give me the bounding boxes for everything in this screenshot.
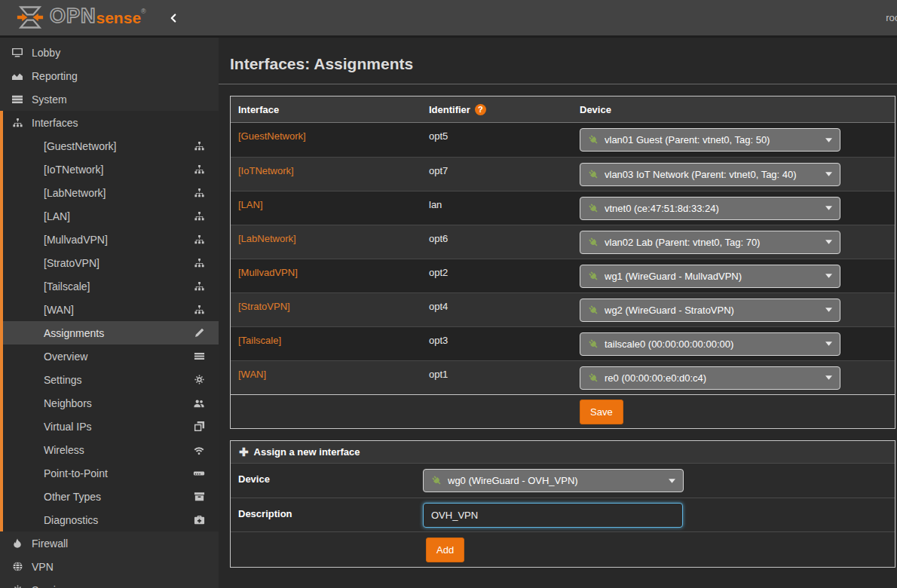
sidebar-item-system[interactable]: System — [0, 87, 219, 111]
interface-link[interactable]: [LAN] — [238, 199, 263, 210]
sidebar-item-wan[interactable]: [WAN] — [3, 298, 219, 321]
sidebar-item-diagnostics[interactable]: Diagnostics — [3, 508, 219, 531]
sidebar-item-label: System — [32, 93, 67, 106]
sitemap-icon — [192, 164, 206, 175]
device-select-value: vtnet0 (ce:47:51:8d:33:24) — [605, 203, 825, 214]
sidebar-item-labnetwork[interactable]: [LabNetwork] — [3, 181, 219, 204]
interface-link[interactable]: [Tailscale] — [238, 335, 281, 346]
caret-down-icon — [825, 274, 832, 278]
sitemap-icon — [192, 187, 206, 198]
sidebar-item-point-to-point[interactable]: Point-to-Point — [3, 461, 219, 485]
sidebar-item-tailscale[interactable]: [Tailscale] — [3, 274, 219, 298]
sidebar-item-label: [IoTNetwork] — [44, 164, 192, 176]
description-input[interactable] — [423, 503, 683, 528]
interface-link[interactable]: [GuestNetwork] — [238, 130, 306, 142]
sidebar-item-iotnetwork[interactable]: [IoTNetwork] — [3, 158, 219, 181]
plug-icon — [588, 271, 599, 282]
plug-icon — [588, 372, 599, 384]
assign-new-interface-panel: ✚ Assign a new interface Device wg0 (Wir… — [230, 440, 895, 568]
sidebar-item-other-types[interactable]: Other Types — [3, 485, 219, 508]
identifier-value: opt2 — [421, 259, 572, 292]
modem-icon — [192, 467, 206, 479]
device-select-value: vlan02 Lab (Parent: vtnet0, Tag: 70) — [605, 237, 825, 248]
sidebar-item-neighbors[interactable]: Neighbors — [3, 391, 219, 415]
sidebar-item-label: Virtual IPs — [44, 421, 192, 433]
add-row: Add — [231, 531, 895, 567]
sidebar-item-interfaces[interactable]: Interfaces — [3, 111, 219, 134]
sidebar-item-overview[interactable]: Overview — [3, 345, 219, 368]
interface-link[interactable]: [LabNetwork] — [238, 233, 296, 244]
device-select[interactable]: re0 (00:00:00:e0:d0:c4) — [580, 366, 840, 390]
add-button[interactable]: Add — [426, 537, 464, 562]
interface-link[interactable]: [IoTNetwork] — [238, 165, 294, 176]
gears-icon — [192, 374, 206, 385]
globe-icon — [11, 561, 24, 572]
identifier-value: opt7 — [421, 158, 572, 191]
device-select-value: tailscale0 (00:00:00:00:00:00) — [605, 338, 825, 350]
sidebar-section-interfaces: Interfaces[GuestNetwork][IoTNetwork][Lab… — [0, 111, 219, 531]
device-select[interactable]: wg0 (WireGuard - OVH_VPN) — [423, 469, 684, 492]
sitemap-icon — [192, 210, 206, 222]
caret-down-icon — [825, 341, 832, 346]
sidebar-item-virtual-ips[interactable]: Virtual IPs — [3, 415, 219, 438]
device-select[interactable]: vtnet0 (ce:47:51:8d:33:24) — [580, 197, 840, 220]
main-content: Interfaces: Assignments Interface Identi… — [219, 38, 897, 588]
sidebar-item-reporting[interactable]: Reporting — [0, 64, 219, 87]
opnsense-logo[interactable]: OPNsense® — [17, 3, 146, 33]
caret-down-icon — [825, 308, 832, 312]
identifier-value: opt1 — [421, 361, 572, 394]
device-label: Device — [231, 464, 423, 485]
device-select-value: vlan03 IoT Network (Parent: vtnet0, Tag:… — [605, 169, 825, 180]
sidebar-item-guestnetwork[interactable]: [GuestNetwork] — [3, 134, 219, 158]
interface-link[interactable]: [WAN] — [238, 369, 266, 380]
wifi-icon — [192, 445, 206, 455]
sidebar-item-firewall[interactable]: Firewall — [0, 531, 219, 555]
sidebar-item-stratovpn[interactable]: [StratoVPN] — [3, 251, 219, 274]
device-select[interactable]: vlan01 Guest (Parent: vtnet0, Tag: 50) — [580, 128, 840, 152]
sitemap-icon — [192, 140, 206, 152]
interface-link[interactable]: [StratoVPN] — [238, 301, 290, 312]
device-select-value: vlan01 Guest (Parent: vtnet0, Tag: 50) — [605, 134, 825, 145]
sidebar-item-label: Point-to-Point — [44, 467, 192, 479]
sidebar-item-label: [Tailscale] — [44, 280, 192, 292]
device-select[interactable]: wg2 (WireGuard - StratoVPN) — [580, 299, 840, 322]
device-select[interactable]: tailscale0 (00:00:00:00:00:00) — [580, 332, 840, 356]
header-user-text: roo — [886, 12, 897, 23]
plug-icon — [588, 305, 599, 316]
sidebar-item-label: Overview — [44, 351, 192, 363]
assignments-table-header: Interface Identifier? Device — [231, 96, 895, 123]
assignment-row: [MullvadVPN]opt2wg1 (WireGuard - Mullvad… — [231, 259, 895, 292]
device-select[interactable]: vlan02 Lab (Parent: vtnet0, Tag: 70) — [580, 231, 840, 254]
sidebar-item-lobby[interactable]: Lobby — [0, 41, 219, 64]
sidebar-item-label: [StratoVPN] — [44, 257, 192, 269]
device-select[interactable]: vlan03 IoT Network (Parent: vtnet0, Tag:… — [580, 163, 840, 186]
sidebar-item-lan[interactable]: [LAN] — [3, 204, 219, 228]
sidebar-item-label: [LAN] — [44, 210, 192, 222]
sidebar-item-vpn[interactable]: VPN — [0, 555, 219, 578]
brand-opn-text: OPN — [50, 3, 96, 29]
sidebar-item-assignments[interactable]: Assignments — [3, 321, 219, 345]
assignment-row: [StratoVPN]opt4wg2 (WireGuard - StratoVP… — [231, 292, 895, 326]
gear-icon — [11, 584, 24, 588]
monitor-icon — [11, 47, 24, 59]
device-select[interactable]: wg1 (WireGuard - MullvadVPN) — [580, 265, 840, 288]
caret-down-icon — [825, 172, 832, 176]
medkit-icon — [192, 514, 206, 525]
pencil-icon — [192, 327, 206, 338]
column-header-device: Device — [572, 104, 895, 115]
assignment-row: [LAN]lanvtnet0 (ce:47:51:8d:33:24) — [231, 191, 895, 225]
interface-link[interactable]: [MullvadVPN] — [238, 267, 298, 278]
sidebar-item-wireless[interactable]: Wireless — [3, 438, 219, 461]
caret-down-icon — [825, 138, 832, 142]
users-icon — [192, 397, 206, 409]
sidebar-item-services[interactable]: Services — [0, 578, 219, 588]
sidebar-item-mullvadvpn[interactable]: [MullvadVPN] — [3, 228, 219, 251]
sidebar-collapse-button[interactable] — [169, 13, 178, 23]
help-icon[interactable]: ? — [475, 104, 486, 115]
assignments-table-body: [GuestNetwork]opt5vlan01 Guest (Parent: … — [231, 123, 895, 394]
save-button[interactable]: Save — [580, 400, 623, 424]
sidebar-section-firewall: Firewall — [0, 531, 219, 555]
brand-sense-text: sense — [96, 3, 142, 33]
sidebar-item-label: VPN — [32, 561, 54, 573]
sidebar-item-settings[interactable]: Settings — [3, 368, 219, 391]
